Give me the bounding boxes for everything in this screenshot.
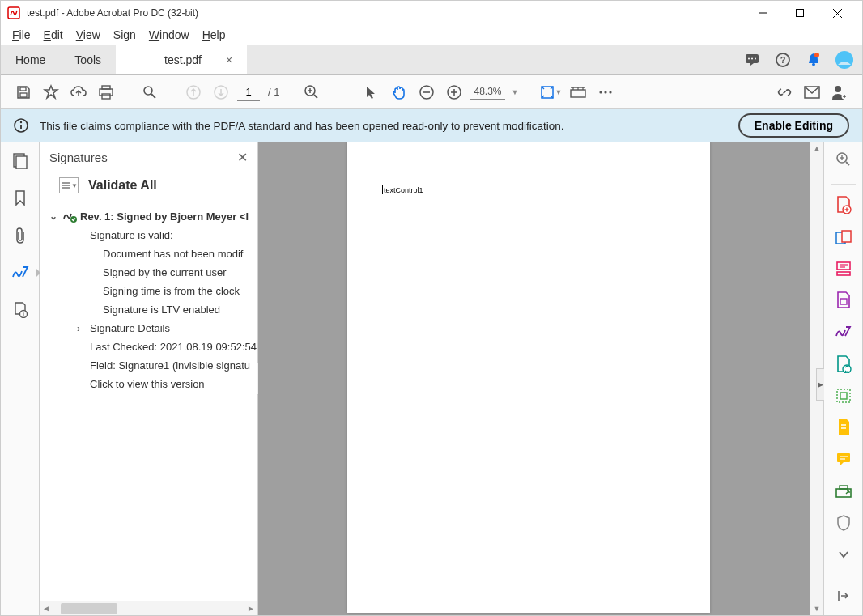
export-pdf-tool-icon[interactable]	[831, 290, 856, 312]
thumbnails-nav-icon[interactable]	[7, 148, 33, 174]
minimize-button[interactable]	[744, 1, 781, 25]
protect-tool-icon[interactable]	[831, 512, 856, 533]
svg-rect-67	[837, 272, 850, 275]
compress-pdf-tool-icon[interactable]	[831, 384, 856, 406]
page-total-label: / 1	[268, 86, 279, 98]
svg-rect-15	[20, 87, 26, 91]
signatures-panel: Signatures ✕ ▼ Validate All ⌄ Rev. 1: Si…	[40, 142, 258, 615]
signature-detail-row: Signing time is from the clock	[45, 282, 257, 300]
menu-view[interactable]: View	[71, 27, 105, 43]
create-pdf-tool-icon[interactable]	[831, 194, 856, 216]
link-icon[interactable]	[773, 81, 796, 104]
svg-point-7	[751, 57, 753, 59]
save-icon[interactable]	[12, 81, 35, 104]
zoom-in-icon[interactable]	[443, 81, 466, 104]
bookmarks-nav-icon[interactable]	[7, 185, 33, 211]
more-tools-icon[interactable]	[594, 81, 617, 104]
read-mode-icon[interactable]	[567, 81, 589, 104]
pdf-a-info-bar: This file claims compliance with the PDF…	[1, 109, 862, 142]
signatures-nav-icon[interactable]	[7, 260, 33, 286]
sign-tool-icon[interactable]	[831, 321, 856, 343]
share-user-icon[interactable]	[828, 81, 851, 104]
enable-editing-button[interactable]: Enable Editing	[738, 113, 849, 138]
organize-pages-tool-icon[interactable]	[831, 353, 856, 375]
zoom-dropdown-icon[interactable]: ▼	[512, 88, 519, 96]
cloud-upload-icon[interactable]	[67, 81, 90, 104]
svg-point-39	[605, 91, 607, 93]
menu-help[interactable]: Help	[198, 27, 231, 43]
svg-rect-72	[837, 389, 850, 402]
help-icon[interactable]: ?	[773, 50, 793, 70]
print-icon[interactable]	[95, 81, 117, 104]
scan-ocr-tool-icon[interactable]	[831, 480, 856, 502]
combine-files-tool-icon[interactable]	[831, 226, 856, 248]
search-tools-icon[interactable]	[831, 148, 856, 170]
maximize-button[interactable]	[781, 1, 818, 25]
fit-page-icon[interactable]: ▼	[539, 81, 562, 104]
panel-horizontal-scrollbar[interactable]: ◄ ►	[40, 601, 257, 615]
menu-window[interactable]: Window	[144, 27, 194, 43]
comment-tool-icon[interactable]	[831, 448, 856, 470]
revision-label: Rev. 1: Signed by Bjoern Meyer <l	[80, 210, 249, 223]
collapse-tool-rail-handle[interactable]: ▶	[816, 368, 824, 401]
expand-tool-rail-icon[interactable]	[831, 585, 856, 607]
document-content-text[interactable]: textControl1	[384, 186, 423, 194]
home-tab[interactable]: Home	[1, 45, 60, 74]
svg-rect-74	[837, 453, 850, 462]
star-icon[interactable]	[40, 81, 62, 104]
prev-page-icon[interactable]	[182, 81, 205, 104]
view-version-link[interactable]: Click to view this version	[45, 375, 257, 393]
signatures-panel-title: Signatures	[49, 151, 108, 164]
svg-rect-14	[20, 93, 27, 97]
validate-all-button[interactable]: Validate All	[88, 178, 157, 193]
menu-sign[interactable]: Sign	[108, 27, 141, 43]
signature-details-expander[interactable]: › Signature Details	[45, 319, 257, 338]
chevron-down-icon[interactable]: ⌄	[49, 210, 61, 222]
find-icon[interactable]	[138, 81, 161, 104]
more-tools-dropdown-icon[interactable]	[831, 544, 856, 566]
email-icon[interactable]	[801, 81, 823, 104]
zoom-marquee-icon[interactable]	[300, 81, 323, 104]
zoom-level[interactable]: 48.3%	[470, 84, 504, 100]
svg-point-42	[835, 86, 841, 92]
hand-tool-icon[interactable]	[388, 81, 410, 104]
chevron-right-icon[interactable]: ›	[77, 323, 88, 334]
signature-tree: ⌄ Rev. 1: Signed by Bjoern Meyer <l Sign…	[40, 202, 257, 601]
edit-pdf-tool-icon[interactable]	[831, 257, 856, 279]
svg-text:i: i	[23, 312, 24, 317]
zoom-out-icon[interactable]	[415, 81, 438, 104]
svg-point-8	[755, 57, 756, 59]
account-avatar-icon[interactable]	[835, 50, 854, 70]
panel-options-icon[interactable]: ▼	[59, 177, 79, 193]
svg-point-47	[20, 121, 22, 123]
signature-revision-row[interactable]: ⌄ Rev. 1: Signed by Bjoern Meyer <l	[45, 206, 257, 226]
document-tab[interactable]: test.pdf ×	[116, 45, 247, 74]
svg-rect-66	[837, 262, 850, 270]
svg-rect-12	[812, 63, 815, 66]
fill-sign-tool-icon[interactable]	[831, 417, 856, 439]
document-viewport[interactable]: textControl1 ▲ ▼	[258, 142, 823, 615]
svg-line-58	[846, 162, 849, 165]
page-number-input[interactable]	[237, 83, 260, 101]
svg-rect-50	[16, 156, 27, 169]
svg-point-38	[600, 91, 602, 93]
menu-file[interactable]: File	[7, 27, 36, 43]
last-checked-label: Last Checked: 2021.08.19 09:52:54	[45, 338, 257, 356]
svg-rect-70	[840, 299, 847, 304]
close-panel-icon[interactable]: ✕	[237, 150, 248, 165]
tools-tab[interactable]: Tools	[60, 45, 116, 74]
main-toolbar: / 1 48.3% ▼ ▼	[1, 75, 862, 109]
notifications-icon[interactable]	[742, 50, 762, 70]
close-button[interactable]	[818, 1, 856, 25]
info-bar-message: This file claims compliance with the PDF…	[40, 120, 727, 132]
document-page[interactable]: textControl1	[347, 142, 710, 613]
attachments-nav-icon[interactable]	[7, 223, 33, 249]
menu-edit[interactable]: Edit	[39, 27, 68, 43]
next-page-icon[interactable]	[210, 81, 232, 104]
bell-icon[interactable]	[804, 50, 823, 70]
close-tab-icon[interactable]: ×	[226, 53, 232, 66]
standards-nav-icon[interactable]: i	[7, 297, 33, 323]
svg-rect-73	[840, 393, 847, 399]
svg-rect-18	[102, 94, 110, 99]
selection-tool-icon[interactable]	[360, 81, 383, 104]
